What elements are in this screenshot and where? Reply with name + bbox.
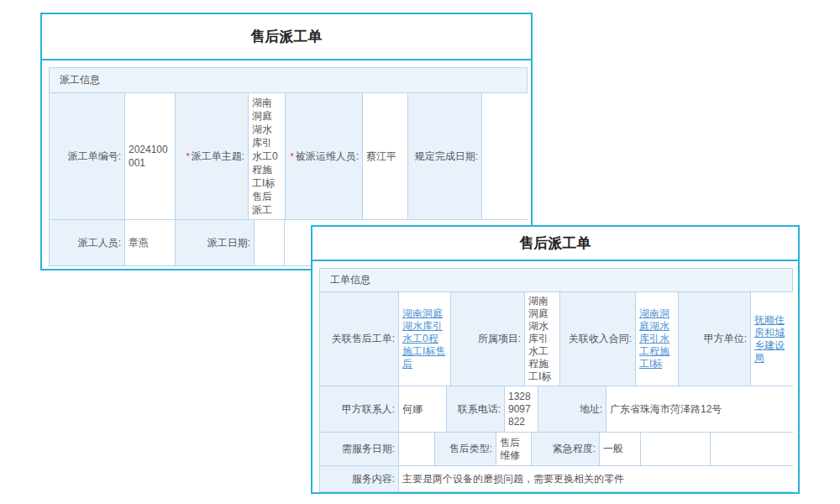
urgency-value: 一般 [600,433,641,465]
required-icon: * [186,150,189,163]
address-label: 地址: [538,386,606,432]
project-value: 湖南洞庭湖水库引水工程施工I标 [525,292,560,386]
table-row: 需服务日期: 售后类型: 售后维修 紧急程度: 一般 [320,433,792,466]
income-contract-label: 关联收入合同: [560,292,636,386]
dispatch-info-section-title: 派工信息 [50,68,527,93]
assignee-label: * 被派运维人员: [286,93,363,219]
subject-label-text: 派工单主题: [192,150,244,163]
page: 售后派工单 派工信息 派工单编号: 2024100001 * 派工单主题: 湖南… [0,0,840,504]
front-panel-title: 售后派工单 [312,227,798,261]
related-order-label: 关联售后工单: [320,292,399,386]
address-value: 广东省珠海市菏泽路12号 [606,386,794,432]
back-panel-title: 售后派工单 [42,14,531,60]
subject-label: * 派工单主题: [176,93,249,219]
party-a-unit-label: 甲方单位: [679,292,751,386]
income-contract-link[interactable]: 湖南洞庭湖水库引水工程施工I标 [639,307,675,370]
required-icon: * [290,150,293,163]
work-order-info-window: 售后派工单 工单信息 关联售后工单: 湖南洞庭湖水库引水工0程施工I标售后 所属… [311,225,800,494]
subject-value: 湖南洞庭湖水库引水工0程施工I标售后派工 [249,93,286,219]
income-contract-value: 湖南洞庭湖水库引水工程施工I标 [636,292,679,386]
party-a-contact-label: 甲方联系人: [320,386,399,432]
empty-cell [641,433,711,465]
assignee-value: 蔡江平 [363,93,408,219]
assignee-label-text: 被派运维人员: [296,150,359,163]
service-content-label: 服务内容: [320,466,399,491]
party-a-unit-link[interactable]: 抚顺住房和城乡建设局 [754,314,790,365]
service-type-value: 售后维修 [496,433,532,465]
dispatch-no-value: 2024100001 [125,93,176,219]
dispatcher-value: 章燕 [125,220,176,265]
dispatch-no-label: 派工单编号: [50,93,125,219]
party-a-contact-value: 何娜 [399,386,447,432]
service-date-value [399,433,435,465]
related-order-value: 湖南洞庭湖水库引水工0程施工I标售后 [399,292,451,386]
work-order-info-section-title: 工单信息 [320,269,792,292]
urgency-label: 紧急程度: [532,433,600,465]
service-type-label: 售后类型: [435,433,496,465]
service-date-label: 需服务日期: [320,433,399,465]
due-date-value [482,93,528,219]
table-row: 关联售后工单: 湖南洞庭湖水库引水工0程施工I标售后 所属项目: 湖南洞庭湖水库… [320,292,792,386]
project-label: 所属项目: [451,292,525,386]
due-date-label: 规定完成日期: [408,93,482,219]
empty-cell [711,433,794,465]
dispatch-date-label: 派工日期: [176,220,255,265]
service-content-value: 主要是两个设备的磨损问题，需要更换相关的零件 [399,466,794,491]
phone-value: 13289097822 [505,386,538,432]
dispatch-date-value [255,220,285,265]
table-row: 派工单编号: 2024100001 * 派工单主题: 湖南洞庭湖水库引水工0程施… [50,93,527,220]
related-order-link[interactable]: 湖南洞庭湖水库引水工0程施工I标售后 [402,307,447,370]
work-order-info-section: 工单信息 关联售后工单: 湖南洞庭湖水库引水工0程施工I标售后 所属项目: 湖南… [319,268,793,492]
table-row: 甲方联系人: 何娜 联系电话: 13289097822 地址: 广东省珠海市菏泽… [320,386,792,433]
table-row: 服务内容: 主要是两个设备的磨损问题，需要更换相关的零件 [320,466,792,491]
dispatcher-label: 派工人员: [50,220,125,265]
party-a-unit-value: 抚顺住房和城乡建设局 [751,292,794,386]
phone-label: 联系电话: [447,386,505,432]
front-panel-body: 工单信息 关联售后工单: 湖南洞庭湖水库引水工0程施工I标售后 所属项目: 湖南… [312,261,798,497]
